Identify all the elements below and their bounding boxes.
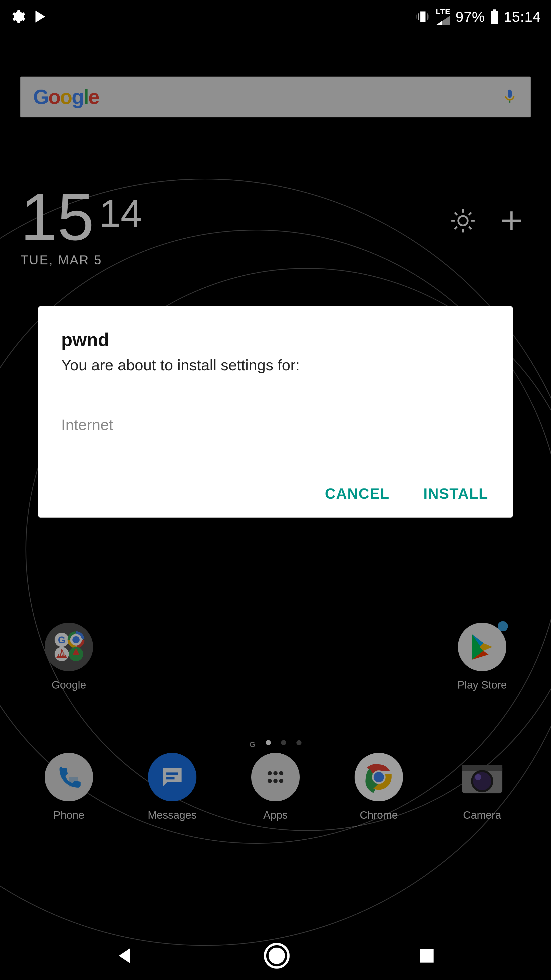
nav-recents-icon[interactable]: [416, 945, 437, 966]
vibrate-icon: [415, 9, 430, 24]
status-bar-overlay: LTE 97% 15:14: [0, 0, 551, 33]
dialog-title: pwnd: [61, 329, 490, 350]
svg-rect-31: [420, 949, 433, 963]
settings-sync-icon: [10, 9, 25, 24]
cancel-button[interactable]: CANCEL: [324, 485, 391, 502]
status-clock: 15:14: [504, 8, 541, 25]
dialog-body: Internet: [61, 416, 490, 434]
play-store-status-icon: [33, 10, 48, 24]
nav-back-icon[interactable]: [114, 944, 137, 967]
install-settings-dialog: pwnd You are about to install settings f…: [38, 306, 513, 517]
battery-icon: [490, 10, 499, 24]
screen: LTE 97% 15:14 Google 15 14: [0, 0, 551, 980]
dialog-subtitle: You are about to install settings for:: [61, 355, 490, 375]
svg-point-30: [270, 949, 284, 963]
battery-percent: 97%: [456, 8, 485, 25]
nav-home-icon[interactable]: [263, 942, 291, 970]
install-button[interactable]: INSTALL: [422, 485, 490, 502]
device-frame: LTE 97% 15:14 Google 15 14: [0, 0, 551, 980]
navigation-bar: [0, 932, 551, 980]
signal-lte-icon: LTE: [436, 8, 450, 25]
